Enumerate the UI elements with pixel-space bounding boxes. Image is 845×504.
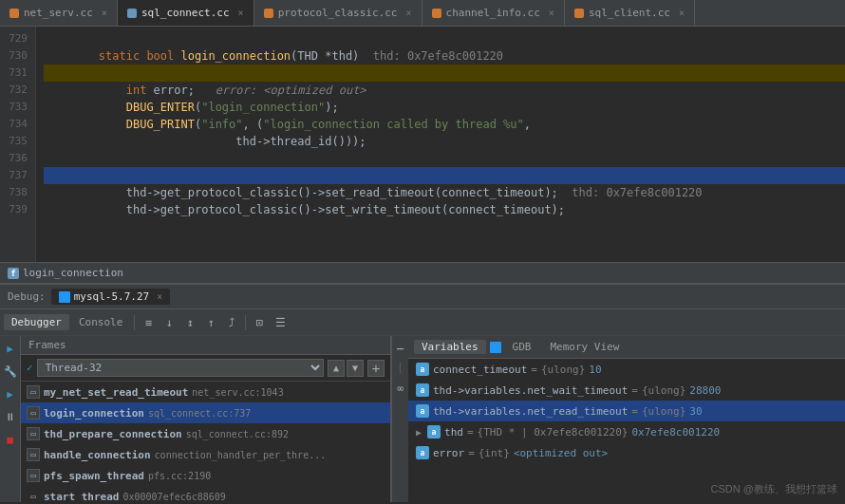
var-eq-4: =	[468, 447, 475, 459]
var-item-net-read: a thd->variables.net_read_timeout = {ulo…	[408, 401, 845, 421]
frame-item-2[interactable]: ▭ thd_prepare_connection sql_connect.cc:…	[21, 423, 390, 444]
var-tab-variables[interactable]: Variables	[414, 340, 486, 354]
strip-btn-wrench[interactable]: 🔧	[2, 363, 19, 380]
line-numbers: 729 730 731 732 733 734 735 736 737 738 …	[0, 27, 36, 262]
toolbar-btn-step-into[interactable]: ↕	[180, 313, 199, 332]
toolbar-btn-frames[interactable]: ⊡	[250, 313, 269, 332]
frame-item-3[interactable]: ▭ handle_connection connection_handler_p…	[21, 444, 390, 465]
var-tab-memory[interactable]: Memory View	[542, 340, 627, 354]
var-list: a connect_timeout = {ulong} 10 a thd->va…	[408, 359, 845, 502]
tab-net-serv[interactable]: net_serv.cc ×	[0, 0, 118, 26]
tab-close-sql-client[interactable]: ×	[679, 8, 685, 18]
code-content[interactable]: static bool login_connection(THD *thd) t…	[36, 27, 845, 262]
frame-location-5: 0x00007efec6c88609	[122, 492, 225, 502]
var-eq-1: =	[631, 384, 638, 397]
strip-btn-resume[interactable]: ▶	[2, 340, 19, 357]
toolbar-btn-step-out[interactable]: ↑	[201, 313, 220, 332]
tab-sql-client[interactable]: sql_client.cc ×	[565, 0, 695, 26]
expand-icon-thd[interactable]: ▶	[416, 427, 422, 438]
var-type-2: {ulong}	[642, 405, 685, 418]
frame-item-5[interactable]: ▭ start_thread 0x00007efec6c88609	[21, 486, 390, 502]
tab-console[interactable]: Console	[71, 314, 130, 330]
frame-item-4[interactable]: ▭ pfs_spawn_thread pfs.cc:2190	[21, 465, 390, 486]
var-val-4: <optimized out>	[514, 447, 608, 459]
debug-session-close[interactable]: ×	[157, 291, 162, 302]
strip-btn-stop[interactable]: ■	[2, 431, 19, 448]
debug-header: Debug: mysql-5.7.27 ×	[0, 285, 845, 309]
var-item-error: a error = {int} <optimized out>	[408, 442, 845, 463]
code-line-729: static bool login_connection(THD *thd) t…	[44, 30, 845, 47]
var-name-1: thd->variables.net_wait_timeout	[433, 384, 628, 397]
thread-check-icon: ✓	[27, 362, 33, 374]
var-eq-3: =	[467, 426, 474, 439]
tab-close-net-serv[interactable]: ×	[102, 8, 107, 18]
var-name-2: thd->variables.net_read_timeout	[433, 405, 628, 418]
frame-location-1: sql_connect.cc:737	[148, 408, 251, 419]
code-line-734: thd->thread_id()));	[44, 116, 845, 133]
debug-panel: Debug: mysql-5.7.27 × Debugger Console ≡…	[0, 283, 845, 502]
minus-btn[interactable]: −	[392, 340, 409, 357]
var-name-4: error	[433, 447, 464, 459]
var-tabs: Variables GDB Memory View	[408, 336, 845, 359]
tab-label-protocol-classic: protocol_classic.cc	[278, 7, 398, 19]
tab-close-protocol[interactable]: ×	[405, 8, 411, 18]
frame-item-1[interactable]: ▭ login_connection sql_connect.cc:737	[21, 402, 390, 423]
thread-dropdown[interactable]: Thread-32	[37, 359, 324, 377]
code-line-736: /* Use "connect_timeout" value during co…	[44, 150, 845, 167]
tab-close-sql-connect[interactable]: ×	[238, 8, 244, 18]
strip-btn-pause[interactable]: ⏸	[2, 408, 19, 425]
frame-item-0[interactable]: ▭ my_net_set_read_timeout net_serv.cc:10…	[21, 382, 390, 402]
toolbar-separator-1	[134, 315, 135, 330]
var-eq-0: =	[531, 364, 537, 376]
var-val-1: 28800	[689, 384, 721, 397]
variables-panel: Variables GDB Memory View a connect_time…	[408, 336, 845, 502]
var-name-3: thd	[444, 426, 463, 439]
strip-divider	[400, 363, 401, 374]
var-icon-2: a	[416, 404, 429, 418]
debug-session-name: mysql-5.7.27	[74, 290, 149, 303]
frames-header: Frames	[21, 336, 390, 355]
code-line-739	[44, 201, 845, 218]
frames-right-strip: − ∞	[391, 336, 408, 502]
breadcrumb-function-name: login_connection	[23, 267, 123, 279]
tab-icon-net-serv	[9, 9, 19, 18]
tab-sql-connect[interactable]: sql_connect.cc ×	[118, 0, 254, 26]
left-strip: ▶ 🔧 ▶ ⏸ ■	[0, 336, 21, 502]
infinity-btn[interactable]: ∞	[392, 380, 409, 397]
thread-selector: ✓ Thread-32 ▲ ▼ +	[21, 355, 390, 382]
toolbar-btn-settings[interactable]: ≡	[139, 313, 158, 332]
code-line-735	[44, 133, 845, 150]
code-editor: 729 730 731 732 733 734 735 736 737 738 …	[0, 27, 845, 262]
frame-name-5: start_thread	[44, 491, 119, 503]
frame-location-2: sql_connect.cc:892	[186, 429, 289, 439]
toolbar-btn-step-over[interactable]: ↓	[160, 313, 178, 332]
frame-icon-0: ▭	[27, 385, 40, 399]
strip-btn-play[interactable]: ▶	[2, 385, 19, 402]
frame-icon-1: ▭	[27, 406, 40, 420]
tab-icon-sql-connect	[127, 9, 137, 18]
var-val-2: 30	[689, 405, 702, 418]
tab-channel-info[interactable]: channel_info.cc ×	[422, 0, 565, 26]
code-line-731: int error; error: <optimized out>	[44, 65, 845, 82]
var-val-0: 10	[589, 364, 601, 376]
var-type-4: {int}	[479, 447, 510, 459]
debug-session-tab[interactable]: mysql-5.7.27 ×	[51, 289, 171, 305]
watermark: CSDN @教练、我想打篮球	[711, 482, 837, 496]
thread-arrow-down[interactable]: ▼	[347, 360, 364, 377]
toolbar-btn-run-to-cursor[interactable]: ⤴	[222, 313, 241, 332]
tab-debugger[interactable]: Debugger	[4, 314, 69, 330]
var-tab-gdb[interactable]: GDB	[505, 340, 539, 354]
code-line-732: DBUG_ENTER("login_connection");	[44, 82, 845, 99]
var-item-thd[interactable]: ▶ a thd = {THD * | 0x7efe8c001220} 0x7ef…	[408, 421, 845, 442]
debug-toolbar: Debugger Console ≡ ↓ ↕ ↑ ⤴ ⊡ ☰	[0, 309, 845, 336]
tab-protocol-classic[interactable]: protocol_classic.cc ×	[254, 0, 422, 26]
var-icon-1: a	[416, 383, 429, 397]
tab-label-sql-client: sql_client.cc	[589, 7, 670, 19]
code-line-733: DBUG_PRINT("info", ("login_connection ca…	[44, 99, 845, 116]
toolbar-btn-layout[interactable]: ☰	[271, 313, 290, 332]
frame-list: ▭ my_net_set_read_timeout net_serv.cc:10…	[21, 382, 390, 502]
thread-add-btn[interactable]: +	[367, 360, 385, 377]
tab-close-channel[interactable]: ×	[549, 8, 554, 18]
frames-panel: Frames ✓ Thread-32 ▲ ▼ + ▭ my_net_set_re…	[21, 336, 391, 502]
thread-arrow-up[interactable]: ▲	[328, 360, 345, 377]
